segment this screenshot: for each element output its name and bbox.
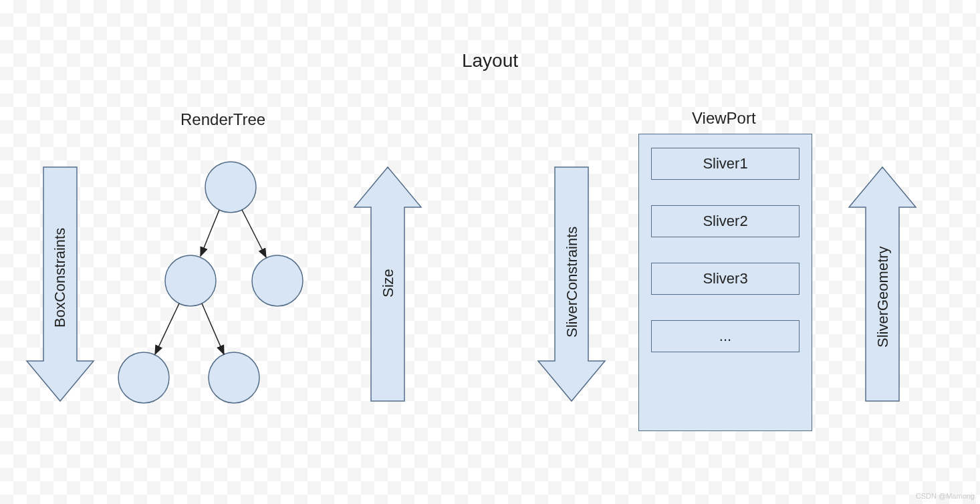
size-label: Size xyxy=(380,269,396,297)
tree-node xyxy=(252,255,303,306)
sliver-constraints-arrow: SliverConstraints xyxy=(538,167,605,401)
render-tree xyxy=(118,162,303,403)
tree-node xyxy=(118,352,169,403)
tree-node xyxy=(205,162,256,213)
watermark: CSDN @Mamong xyxy=(916,492,975,500)
tree-edge xyxy=(201,210,219,256)
sliver-geometry-arrow: SliverGeometry xyxy=(849,167,916,401)
tree-edge xyxy=(202,303,224,354)
tree-node xyxy=(209,352,259,403)
sliver-geometry-label: SliverGeometry xyxy=(874,246,891,348)
tree-edge xyxy=(242,210,266,257)
tree-edge xyxy=(155,303,179,354)
tree-node xyxy=(165,255,216,306)
sliver-constraints-label: SliverConstraints xyxy=(564,227,580,338)
box-constraints-label: BoxConstraints xyxy=(51,228,68,328)
box-constraints-arrow: BoxConstraints xyxy=(27,167,94,401)
diagram-svg: BoxConstraints Size SliverConstraints Sl… xyxy=(0,0,980,504)
size-arrow: Size xyxy=(354,167,421,401)
